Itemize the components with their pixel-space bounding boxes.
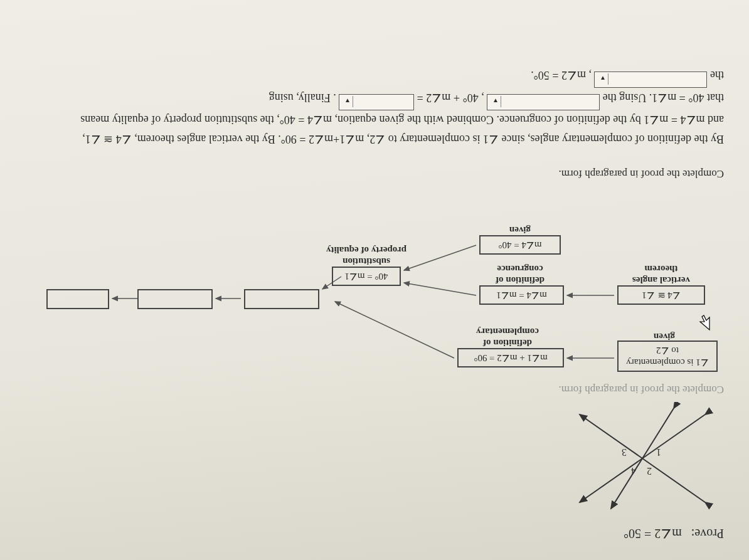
reason-given-2: given [501, 225, 539, 236]
chevron-down-icon: ▾ [598, 73, 609, 85]
node-blank-2 [137, 289, 213, 309]
reason-vertical-angles: vertical angles theorem [620, 263, 702, 286]
diagram-svg: 1 2 3 4 [561, 402, 724, 515]
node-blank-1 [244, 289, 319, 309]
reason-def-congruence: definition of congruence [482, 263, 558, 286]
node-vertical-congruent: ∠4 ≅ ∠1 [617, 285, 705, 305]
reason-substitution: substitution property of equality [326, 245, 407, 267]
chevron-down-icon: ▾ [490, 96, 501, 107]
node-sum-90: m∠1 + m∠2 = 90° [457, 348, 564, 367]
dropdown-property-2[interactable]: ▾ [595, 71, 708, 88]
paragraph-line-4a: the [710, 69, 724, 82]
reason-given-1: given [639, 331, 689, 342]
svg-line-5 [335, 302, 454, 358]
paragraph-line-3b: , 40° + m∠2 = [417, 92, 484, 104]
mouse-cursor-icon [698, 314, 711, 331]
prove-label: Prove: [691, 527, 724, 541]
node-blank-3 [46, 289, 109, 309]
dropdown-value-1[interactable]: ▾ [339, 94, 414, 110]
paragraph-line-4b: , m∠2 = 50°. [531, 69, 592, 82]
instruction: Complete the proof in paragraph form. [25, 167, 724, 180]
angle-label-1: 1 [656, 447, 661, 458]
chevron-down-icon: ▾ [342, 96, 353, 107]
svg-line-7 [404, 245, 476, 270]
angle-label-2: 2 [647, 466, 652, 477]
angle-label-4: 4 [631, 466, 636, 477]
node-measures-equal: m∠4 = m∠1 [479, 285, 564, 305]
paragraph-line-2: and m∠4 = m∠1 by the definition of congr… [80, 114, 724, 126]
svg-line-6 [404, 283, 476, 295]
dropdown-property-1[interactable]: ▾ [487, 94, 600, 110]
paragraph-line-1: By the definition of complementary angle… [82, 133, 724, 145]
paragraph-line-3a: that 40° = m∠1. Using the [603, 92, 724, 104]
node-m4-40: m∠4 = 40° [479, 235, 561, 255]
prove-line: Prove: m∠2 = 50° [25, 526, 724, 541]
prove-statement: m∠2 = 50° [624, 527, 682, 541]
instruction-faint: Complete the proof in paragraph form. [25, 383, 724, 396]
svg-line-2 [611, 408, 674, 509]
proof-paragraph: By the definition of complementary angle… [25, 66, 724, 149]
angle-label-3: 3 [622, 447, 627, 458]
flowchart: ∠1 is complementary to ∠2 given m∠1 + m∠… [34, 189, 724, 377]
angle-diagram: 1 2 3 4 [561, 402, 724, 515]
paragraph-line-3c: . Finally, using [269, 92, 336, 104]
node-complementary-given: ∠1 is complementary to ∠2 [617, 341, 718, 372]
node-40-eq-m1: 40° = m∠1 [332, 267, 401, 286]
reason-def-complementary: definition of complementary [464, 326, 551, 349]
